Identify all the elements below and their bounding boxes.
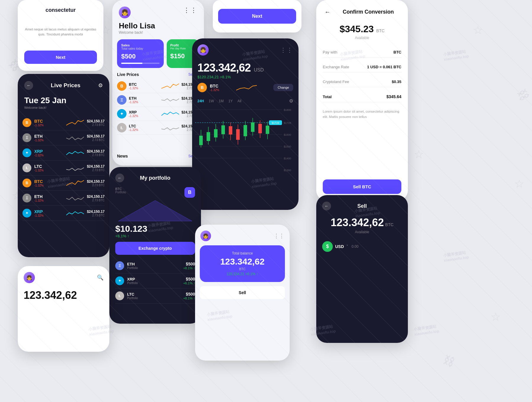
sell-dark-available: Available <box>322 230 402 234</box>
svg-text:$1400: $1400 <box>284 157 291 160</box>
lorem-body: Amet neque sit lacus metus aliquam ut eg… <box>24 27 97 37</box>
btc-icon: B <box>117 81 126 91</box>
live-dark-eth-chart <box>66 134 84 142</box>
total-balance-sell-button[interactable]: Sell <box>200 286 285 299</box>
portfolio-ltc-row: Ł LTC Portfolio $500 +8.1% <box>115 288 195 304</box>
live-dark-eth2-chart <box>66 194 84 202</box>
live-dark-btc-icon: B <box>22 118 31 127</box>
chart-dots[interactable]: ⋮⋮ <box>280 46 293 54</box>
live-dark-date: Tue 25 Jan <box>24 96 103 105</box>
ltc-icon: Ł <box>117 123 126 132</box>
chart-crypto-name: BTC <box>210 84 219 88</box>
confirm-sell-button[interactable]: Sell BTC <box>323 179 401 194</box>
sell-dark-title: Sell <box>357 203 367 209</box>
live-dark-eth2-icon: Ξ <box>22 194 31 202</box>
portfolio-label: BTC <box>115 187 126 191</box>
hello-cards-row: Sales Total sales today $500 Profit Per … <box>112 39 204 72</box>
chart-btc-mini-line <box>236 84 257 91</box>
hello-sub: Welcome back! <box>119 30 197 35</box>
chart-amount-sub: $120.234,21 +8.1% <box>197 75 293 79</box>
total-balance-dots[interactable]: ⋮⋮ <box>274 233 284 239</box>
svg-marker-34 <box>118 200 192 221</box>
confirm-currency: BTC <box>376 28 385 33</box>
sales-sublabel: Total sales today <box>121 47 160 50</box>
sell-dark-card: ← Sell 123.342,62 BTC Available $ USD ˅ … <box>316 195 408 343</box>
live-dark-title: Live Prices <box>51 82 80 89</box>
confirm-back-button[interactable]: ← <box>323 7 332 17</box>
portfolio-value: $10.123 <box>115 224 195 234</box>
chart-main-amount: 123.342,62 <box>197 61 251 74</box>
live-dark-ltc-icon: Ł <box>22 163 31 172</box>
portfolio-eth-row: Ξ ETH Portfolio $500 +8.1% <box>115 258 195 273</box>
live-prices-title: Live Prices <box>117 72 139 77</box>
crypto-row-eth: Ξ ETH -1.32% $24,150.17 2.73 BTC <box>117 93 199 107</box>
balance-btc: BTC <box>206 267 279 271</box>
chart-tab-1w[interactable]: 1W <box>209 99 214 103</box>
next-top-card: Next <box>213 0 301 33</box>
chart-change-button[interactable]: Change <box>273 84 293 91</box>
usd-chevron-icon[interactable]: ˅ <box>346 244 348 249</box>
portfolio-card: ← My portfolio BTC Portfolio B $10.123 +… <box>109 167 201 324</box>
live-dark-btc-chart <box>66 119 84 127</box>
candlestick-chart: $1800 $1728 $1600 $1500 $1400 $1300 $172… <box>192 106 299 177</box>
confirm-available: Available <box>323 36 401 40</box>
chart-time-tabs: 24H 1W 1M 1Y All ⚙ <box>192 96 299 106</box>
confirm-balance-section: $345.23 BTC Available <box>323 21 401 43</box>
chart-tab-1m[interactable]: 1M <box>219 99 224 103</box>
lorem-next-button[interactable]: Next <box>24 51 97 64</box>
chart-currency: USD <box>254 67 264 72</box>
portfolio-exchange-button[interactable]: Exchange crypto <box>115 242 195 255</box>
hello-dots[interactable]: ⋮⋮ <box>183 7 197 14</box>
svg-rect-19 <box>214 129 218 137</box>
confirm-desc: Lorem ipsum dolor sit amet, consectetur … <box>323 109 401 120</box>
live-dark-btc2-chart <box>66 179 84 187</box>
live-dark-xrp2-chart <box>66 209 84 217</box>
chart-tab-1y[interactable]: 1Y <box>228 99 233 103</box>
chart-filter-icon[interactable]: ⚙ <box>289 98 293 104</box>
chart-crypto-info: B BTC -1.32% Change <box>192 79 299 96</box>
usd-amount: 0.00 <box>352 244 359 249</box>
xrp-icon: ✦ <box>117 109 126 119</box>
lorem-title: consectetur <box>24 7 97 13</box>
chart-tab-24h[interactable]: 24H <box>197 99 204 103</box>
live-dark-btc-row: B BTC -1.32% $24,150.17 2.73 BTC <box>22 115 105 130</box>
svg-rect-15 <box>199 136 203 145</box>
xrp-mini-chart <box>161 110 179 118</box>
svg-rect-23 <box>229 126 232 134</box>
portfolio-back-button[interactable]: ← <box>115 174 124 182</box>
portfolio-triangle <box>115 199 195 223</box>
hello-live-prices: Live Prices See all B BTC -1.32% $24,150… <box>112 72 204 151</box>
balance-sub: 120.234,21 +8.1% ↑ <box>206 272 279 276</box>
chart-btc-badge: B <box>197 83 207 92</box>
watermark-4: 小脑斧资源站xiaonaofu.top <box>443 48 469 62</box>
crypto-row-xrp: ✦ XRP -1.32% $24,150.17 2.73 BTC <box>117 107 199 121</box>
usd-icon: $ <box>322 241 333 252</box>
live-dark-header: ← Live Prices ⚙ <box>18 74 109 93</box>
hello-header: 👧 ⋮⋮ <box>112 0 204 21</box>
chart-avatar: 👧 <box>197 44 209 56</box>
watermark-9: 小脑斧资源站xiaonaofu.top <box>443 249 469 263</box>
chart-tab-all[interactable]: All <box>237 99 241 103</box>
next-top-button[interactable]: Next <box>218 9 296 24</box>
btc-mini-chart <box>161 82 179 90</box>
search-icon[interactable]: 🔍 <box>97 274 103 281</box>
bottom-left-avatar: 👧 <box>24 272 35 283</box>
svg-text:$1728: $1728 <box>272 121 279 124</box>
svg-text:$1300: $1300 <box>284 169 291 172</box>
live-dark-back-button[interactable]: ← <box>24 81 33 90</box>
sell-dark-back-button[interactable]: ← <box>322 202 331 210</box>
svg-rect-21 <box>221 125 225 134</box>
bottom-left-amount: 123.342,62 <box>24 289 103 302</box>
confirm-fee-row: Cryptoland Fee $0.35 <box>323 77 401 87</box>
live-dark-ltc-row: Ł LTC -1.32% $24,150.17 2.73 BTC <box>22 161 105 176</box>
sales-card: Sales Total sales today $500 <box>117 39 164 68</box>
eth-icon: Ξ <box>117 95 126 105</box>
crypto-row-btc: B BTC -1.32% $24,150.17 2.73 BTC <box>117 79 199 93</box>
live-prices-dark-card: ← Live Prices ⚙ Tue 25 Jan Welcome back!… <box>18 74 109 257</box>
hello-lisa-card: 👧 ⋮⋮ Hello Lisa Welcome back! Sales Tota… <box>112 0 204 166</box>
live-dark-btc2-icon: B <box>22 179 31 187</box>
sales-label: Sales <box>121 43 160 47</box>
ltc-mini-chart <box>161 124 179 132</box>
news-title: News <box>117 154 128 158</box>
live-dark-filter-icon[interactable]: ⚙ <box>98 82 103 89</box>
